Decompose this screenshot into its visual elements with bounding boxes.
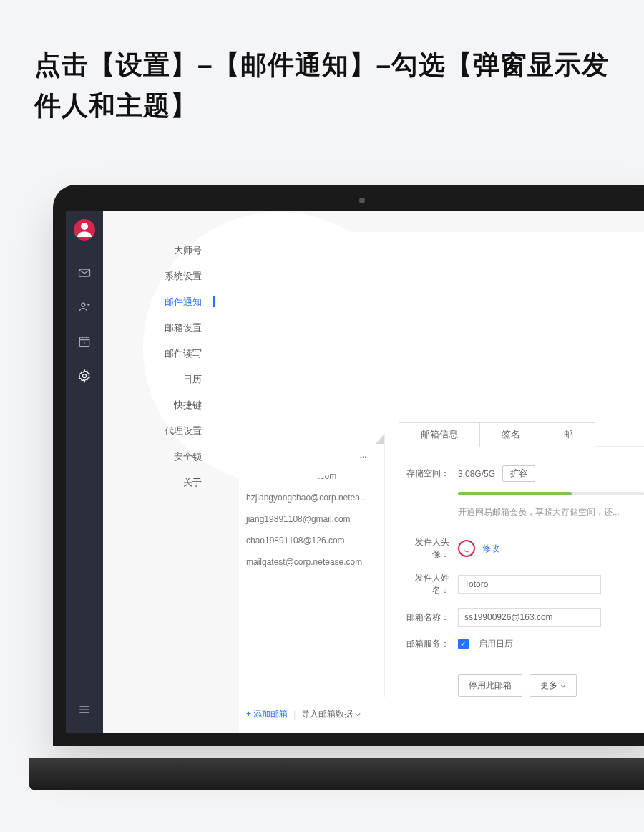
tab-mailbox-info[interactable]: 邮箱信息 <box>399 422 480 447</box>
account-item[interactable]: jiangyongchao2017@hotmail.... <box>239 444 384 465</box>
nav-item-mail-notif[interactable]: 邮件通知 <box>137 289 216 315</box>
nav-item-proxy[interactable]: 代理设置 <box>137 418 216 444</box>
account-item[interactable]: ss19900926@163.com <box>239 422 384 444</box>
account-item[interactable]: jiang19891108@gmail.com <box>239 508 384 530</box>
check-popup[interactable]: ✓ 弹窗提醒 <box>260 286 644 304</box>
nav-item-master[interactable]: 大师号 <box>137 238 216 263</box>
svg-rect-1 <box>79 269 90 276</box>
detail-panel: 邮箱信息 签名 邮 存储空间： 3.08G/5G 扩容 <box>385 422 644 697</box>
mailbox-section: 邮箱设置 ss19900926@163.com jiangyongchao201… <box>239 383 644 697</box>
laptop-base <box>29 758 644 790</box>
check-label: 声音提醒 <box>277 271 314 284</box>
svg-text:7: 7 <box>83 341 85 345</box>
storage-row: 存储空间： 3.08G/5G 扩容 <box>399 460 644 488</box>
disable-mailbox-button[interactable]: 停用此邮箱 <box>458 674 522 697</box>
sender-avatar-icon: ◡ <box>458 540 475 557</box>
nav-item-mailbox[interactable]: 邮箱设置 <box>137 315 216 341</box>
account-item[interactable]: hzjiangyongchao@corp.netea... <box>239 487 384 508</box>
svg-point-0 <box>81 223 88 230</box>
nav-item-lock[interactable]: 安全锁 <box>137 444 216 470</box>
mail-icon[interactable] <box>74 262 95 284</box>
account-item[interactable]: chao19891108@126.com <box>239 530 384 551</box>
nav-item-compose[interactable]: 邮件读写 <box>137 341 216 367</box>
add-mailbox-link[interactable]: + 添加邮箱 <box>246 708 288 720</box>
check-label: 弹窗显示发件人和主题 <box>277 307 370 319</box>
nav-item-shortcut[interactable]: 快捷键 <box>137 392 216 418</box>
storage-note: 开通网易邮箱会员，享超大存储空间，还... <box>458 507 644 518</box>
nav-item-calendar[interactable]: 日历 <box>137 367 216 392</box>
chevron-down-icon <box>560 683 566 689</box>
notification-section: 邮件通知 ✓ 声音提醒 ✓ 弹窗提醒 ✓ 弹窗显示发件人和主题 需要提醒的文件夹… <box>239 232 644 352</box>
check-sound[interactable]: ✓ 声音提醒 <box>260 269 644 286</box>
sender-name-input[interactable] <box>458 575 601 594</box>
calendar-icon[interactable]: 7 <box>74 331 95 352</box>
app-screen: 7 大师号 系统设置 邮件通知 邮箱设置 邮件读写 日历 快捷键 代理设置 安全… <box>66 211 644 733</box>
contacts-icon[interactable] <box>74 296 95 318</box>
menu-icon[interactable] <box>74 699 95 720</box>
avatar-row: 发件人头像： ◡ 修改 <box>399 531 644 566</box>
user-avatar[interactable] <box>74 219 95 241</box>
left-nav-rail: 7 <box>66 211 103 733</box>
account-list: ss19900926@163.com jiangyongchao2017@hot… <box>239 422 385 697</box>
main-panel: 邮件通知 ✓ 声音提醒 ✓ 弹窗提醒 ✓ 弹窗显示发件人和主题 需要提醒的文件夹… <box>239 232 644 733</box>
checkbox-icon: ✓ <box>260 272 271 283</box>
account-item[interactable]: mailqatest@corp.netease.com <box>239 551 384 573</box>
check-popup-detail[interactable]: ✓ 弹窗显示发件人和主题 <box>260 304 644 322</box>
instruction-text: 点击【设置】–【邮件通知】–勾选【弹窗显示发件人和主题】 <box>0 0 644 155</box>
storage-fill <box>458 492 572 495</box>
svg-point-2 <box>82 303 85 306</box>
content-area: 大师号 系统设置 邮件通知 邮箱设置 邮件读写 日历 快捷键 代理设置 安全锁 … <box>103 211 644 733</box>
detail-tabs: 邮箱信息 签名 邮 <box>399 422 644 447</box>
storage-value: 3.08G/5G <box>458 469 495 479</box>
nav-item-about[interactable]: 关于 <box>137 470 216 495</box>
checkbox-icon: ✓ <box>260 290 271 301</box>
checkbox-icon[interactable]: ✓ <box>458 639 469 649</box>
import-mailbox-link[interactable]: 导入邮箱数据 <box>301 708 361 720</box>
sender-name-label: 发件人姓名： <box>399 572 458 596</box>
mailbox-name-row: 邮箱名称： <box>399 602 644 632</box>
tab-signature[interactable]: 签名 <box>479 422 542 447</box>
sender-name-row: 发件人姓名： <box>399 566 644 602</box>
mailbox-title: 邮箱设置 <box>239 383 644 417</box>
expand-button[interactable]: 扩容 <box>502 465 535 482</box>
storage-bar <box>458 492 644 495</box>
checkbox-icon: ✓ <box>260 308 271 319</box>
service-row: 邮箱服务： ✓ 启用日历 <box>399 632 644 656</box>
action-buttons: 停用此邮箱 更多 <box>458 656 644 697</box>
avatar-label: 发件人头像： <box>399 536 458 561</box>
camera-dot <box>359 198 365 203</box>
more-button[interactable]: 更多 <box>530 674 577 697</box>
nav-item-system[interactable]: 系统设置 <box>137 263 216 289</box>
laptop-frame: 7 大师号 系统设置 邮件通知 邮箱设置 邮件读写 日历 快捷键 代理设置 安全… <box>53 185 644 746</box>
chevron-down-icon <box>355 712 361 717</box>
settings-icon[interactable] <box>74 365 95 387</box>
svg-point-5 <box>83 374 87 378</box>
service-check-label: 启用日历 <box>479 638 513 650</box>
mailbox-name-label: 邮箱名称： <box>399 611 458 624</box>
modify-avatar-link[interactable]: 修改 <box>482 543 499 555</box>
notif-title: 邮件通知 <box>260 235 644 269</box>
storage-label: 存储空间： <box>399 468 458 480</box>
service-label: 邮箱服务： <box>399 638 458 650</box>
settings-nav: 大师号 系统设置 邮件通知 邮箱设置 邮件读写 日历 快捷键 代理设置 安全锁 … <box>137 238 216 495</box>
tab-more[interactable]: 邮 <box>542 422 595 447</box>
mailbox-name-input[interactable] <box>458 608 601 627</box>
check-label: 弹窗提醒 <box>277 289 314 301</box>
account-footer: + 添加邮箱 | 导入邮箱数据 <box>239 701 389 727</box>
account-item[interactable]: mailtestqa10@163.com <box>239 465 384 487</box>
folder-dropdown[interactable]: 需要提醒的文件夹... <box>260 331 352 352</box>
